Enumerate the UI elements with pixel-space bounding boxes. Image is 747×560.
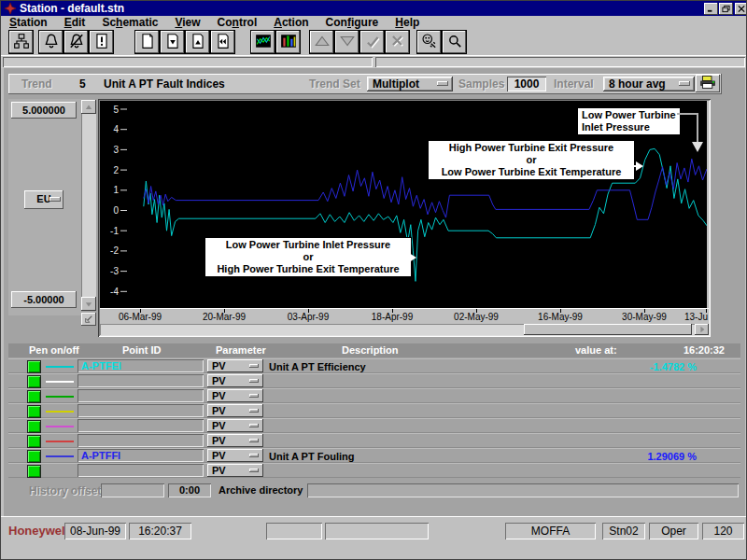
x-tick-label: 30-May-99	[622, 312, 667, 322]
menu-station[interactable]: Station	[1, 16, 56, 30]
pen-description: Unit A PT Fouling	[269, 450, 354, 463]
pen-toggle-button[interactable]	[27, 405, 41, 418]
interval-dropdown[interactable]: 8 hour avg	[603, 77, 695, 91]
dropdown-indicator-icon	[249, 394, 259, 398]
range-high-field[interactable]: 5.000000	[11, 102, 77, 119]
interval-label: Interval	[554, 77, 594, 91]
pen-toggle-button[interactable]	[27, 360, 41, 373]
eu-dropdown[interactable]: EU	[24, 190, 63, 209]
dropdown-indicator-icon	[679, 81, 690, 86]
point-id-field[interactable]	[78, 419, 204, 432]
parameter-dropdown[interactable]: PV	[207, 434, 263, 447]
pen-toggle-button[interactable]	[27, 465, 41, 478]
dropdown-indicator-icon	[249, 424, 259, 427]
menu-help[interactable]: Help	[387, 16, 428, 30]
scroll-up-button[interactable]	[81, 100, 96, 114]
parameter-dropdown[interactable]: PV	[207, 359, 263, 372]
horizontal-scrollbar[interactable]	[100, 324, 709, 335]
accept-button[interactable]	[359, 30, 385, 54]
x-tick-label: 02-May-99	[454, 312, 499, 322]
alarm-icon	[43, 33, 60, 52]
parameter-dropdown[interactable]: PV	[207, 419, 263, 432]
schematic-button[interactable]	[8, 30, 34, 54]
range-low-field[interactable]: -5.00000	[11, 291, 77, 308]
history-offset-input[interactable]	[101, 483, 164, 497]
point-id-field[interactable]	[78, 389, 204, 402]
samples-label: Samples	[458, 77, 504, 91]
menu-control[interactable]: Control	[209, 16, 266, 30]
parameter-value: PV	[212, 465, 226, 476]
history-time-field[interactable]: 0:00	[168, 483, 211, 497]
page-forward-button[interactable]	[160, 30, 185, 54]
trend-number[interactable]: 5	[79, 77, 86, 91]
print-button[interactable]	[696, 75, 720, 92]
point-id-field[interactable]	[78, 374, 204, 387]
col-point-id: Point ID	[122, 344, 162, 357]
pen-toggle-button[interactable]	[27, 420, 41, 433]
col-description: Description	[342, 344, 399, 357]
message-button[interactable]	[89, 30, 114, 54]
status-mode: Oper	[649, 523, 698, 539]
point-id-field[interactable]	[78, 434, 204, 447]
parameter-value: PV	[212, 375, 226, 386]
point-id-field[interactable]: A-PTFFI	[78, 449, 204, 462]
alarm-button[interactable]	[38, 30, 63, 54]
trend-display: Trend 5 Unit A PT Fault Indices Trend Se…	[4, 68, 745, 516]
menu-configure[interactable]: Configure	[317, 16, 388, 30]
cancel-button[interactable]	[385, 30, 410, 54]
pen-color-sample	[46, 381, 74, 383]
menu-edit[interactable]: Edit	[56, 16, 94, 30]
pen-toggle-button[interactable]	[27, 375, 41, 388]
toolbar-group	[250, 30, 301, 54]
samples-input[interactable]: 1000	[507, 77, 546, 91]
parameter-dropdown[interactable]: PV	[207, 374, 263, 387]
trend-button[interactable]	[250, 30, 275, 54]
close-button[interactable]	[735, 3, 747, 15]
toolbar-group	[416, 30, 467, 54]
menu-view[interactable]: View	[166, 16, 208, 30]
lower-button[interactable]	[334, 30, 359, 54]
scrollbar-thumb[interactable]	[524, 324, 692, 335]
status-empty-1	[266, 523, 322, 539]
point-id-field[interactable]: A-PTFEI	[78, 359, 204, 372]
group-button[interactable]	[275, 30, 301, 54]
vertical-scrollbar[interactable]	[81, 100, 96, 311]
parameter-dropdown[interactable]: PV	[207, 464, 263, 477]
raise-button[interactable]	[309, 30, 334, 54]
connect-button[interactable]	[416, 30, 442, 54]
find-button[interactable]	[442, 30, 467, 54]
parameter-dropdown[interactable]: PV	[207, 389, 263, 402]
pen-toggle-button[interactable]	[27, 390, 41, 403]
pen-toggle-button[interactable]	[27, 435, 41, 448]
toolbar-group	[8, 30, 34, 54]
point-id-field[interactable]	[78, 404, 204, 417]
scroll-right-button[interactable]	[695, 324, 709, 335]
y-tick-label: 5	[113, 105, 119, 115]
page-button[interactable]	[134, 30, 160, 54]
menu-action[interactable]: Action	[265, 16, 317, 30]
alarm-disable-button[interactable]	[63, 30, 89, 54]
pen-row: PV	[8, 403, 740, 418]
restore-button[interactable]	[719, 3, 733, 15]
dropdown-indicator-icon	[437, 81, 448, 86]
menu-schematic[interactable]: Schematic	[93, 16, 166, 30]
annotation-hp-exit-pressure: High Power Turbine Exit Pressure or Low …	[428, 140, 635, 180]
minimize-button[interactable]	[704, 3, 718, 15]
trend-set-dropdown[interactable]: Multiplot	[367, 77, 453, 91]
parameter-dropdown[interactable]: PV	[207, 404, 263, 417]
point-id-field[interactable]	[78, 464, 204, 477]
scroll-down-button[interactable]	[81, 297, 96, 311]
archive-directory-input[interactable]	[307, 483, 739, 497]
expand-corner-button[interactable]	[81, 313, 96, 326]
y-tick-label: -1	[110, 226, 119, 236]
status-user: MOFFA	[505, 523, 596, 539]
honeywell-logo: Honeywell	[8, 524, 68, 538]
pen-toggle-button[interactable]	[27, 450, 41, 463]
pen-value: 1.29069 %	[647, 450, 697, 463]
parameter-dropdown[interactable]: PV	[207, 449, 263, 462]
pen-row: PV	[8, 388, 740, 403]
page-back-icon	[190, 33, 206, 52]
pen-row: A-PTFEIPVUnit A PT Efficiency-1.4782 %	[8, 358, 740, 373]
page-back-button[interactable]	[185, 30, 210, 54]
page-fast-back-button[interactable]	[210, 30, 235, 54]
